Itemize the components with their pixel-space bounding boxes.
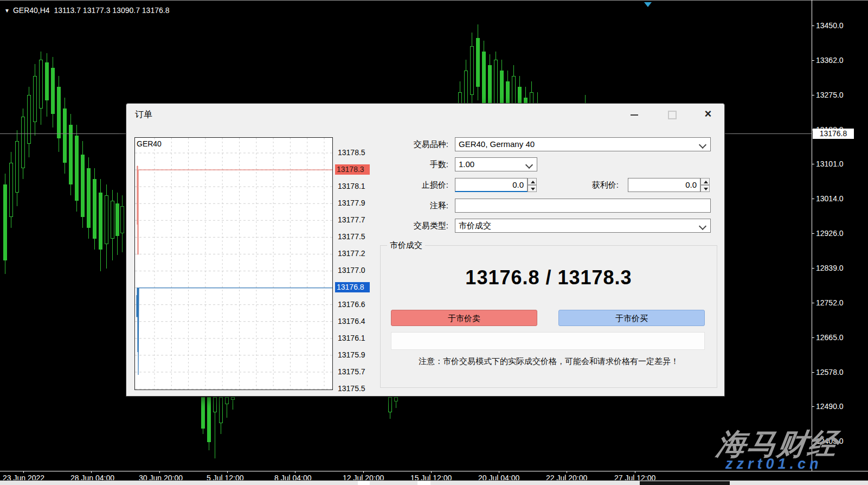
- takeprofit-spin-down-button[interactable]: [700, 185, 710, 192]
- time-axis-tick: [567, 471, 567, 473]
- maximize-button[interactable]: [661, 107, 681, 122]
- volume-combobox-value: 1.00: [459, 159, 474, 169]
- market-execution-note: 注意：市价交易模式下的实际成交价格，可能会和请求价格有一定差异！: [381, 356, 717, 367]
- candle: [120, 206, 124, 233]
- taskbar-highlight-2: [417, 481, 430, 485]
- tick-scale-label: 13177.2: [338, 248, 369, 258]
- minimize-button[interactable]: [624, 107, 645, 122]
- market-group-title: 市价成交: [387, 240, 425, 251]
- close-button[interactable]: ×: [698, 107, 718, 122]
- chevron-down-icon: [525, 161, 533, 169]
- price-axis-line: [812, 0, 812, 471]
- price-axis-label: 13450.0: [816, 21, 844, 30]
- candle: [9, 163, 13, 217]
- bid-price-badge: 13176.8: [335, 282, 370, 292]
- price-axis-label: 13362.0: [816, 56, 844, 65]
- candle: [99, 193, 102, 250]
- watermark-url: zzrt01.cn: [725, 456, 822, 473]
- volume-combobox[interactable]: 1.00: [455, 157, 537, 171]
- tick-scale-label: 13176.1: [338, 333, 369, 343]
- tick-scale-label: 13177.0: [338, 265, 369, 275]
- ask-price-badge: 13178.3: [335, 164, 370, 175]
- candle: [39, 60, 43, 109]
- order-result-bar: [391, 332, 705, 350]
- candle: [81, 155, 85, 217]
- bid-ask-price-display: 13176.8 / 13178.3: [381, 266, 717, 289]
- price-axis-tick: [812, 25, 814, 26]
- stoploss-input[interactable]: 0.0: [455, 178, 528, 192]
- candle: [388, 397, 392, 412]
- price-axis-tick: [812, 372, 814, 373]
- tick-scale-label: 13177.9: [338, 198, 369, 208]
- order-type-combobox-value: 市价成交: [459, 221, 491, 230]
- tick-scale-label: 13175.9: [338, 350, 369, 360]
- dialog-titlebar[interactable]: 订单 ×: [126, 104, 724, 124]
- comment-input[interactable]: [455, 199, 711, 213]
- candle: [219, 397, 223, 423]
- tick-chart-svg: [135, 138, 332, 390]
- chart-scroll-marker-icon[interactable]: [644, 2, 652, 7]
- price-axis-tick: [812, 164, 814, 164]
- stoploss-spinwrap: 0.0: [455, 178, 537, 192]
- price-axis-tick: [812, 337, 814, 338]
- candle: [476, 38, 480, 87]
- candle: [87, 168, 91, 228]
- current-price-badge: 13176.8: [813, 129, 854, 139]
- dialog-title: 订单: [135, 109, 152, 120]
- candle: [33, 76, 37, 122]
- time-axis-tick: [363, 471, 364, 473]
- price-axis-tick: [812, 199, 814, 199]
- close-icon: ×: [698, 107, 718, 121]
- candle: [111, 201, 114, 239]
- price-axis-label: 13275.0: [816, 91, 844, 99]
- tick-scale-label: 13178.5: [338, 148, 369, 157]
- candle: [3, 184, 7, 260]
- price-axis-tick: [812, 233, 814, 234]
- tick-scale-label: 13177.5: [338, 232, 369, 241]
- maximize-icon: [668, 111, 677, 119]
- time-axis-tick: [635, 471, 635, 473]
- price-axis-label: 12752.0: [816, 298, 844, 307]
- price-axis-tick: [812, 406, 814, 407]
- price-axis-tick: [812, 268, 814, 269]
- time-axis-tick: [431, 471, 432, 473]
- price-axis-label: 13014.0: [816, 194, 844, 203]
- tick-scale-label: 13178.1: [338, 181, 369, 191]
- sell-by-market-button[interactable]: 于市价卖: [391, 310, 537, 326]
- symbol-combobox[interactable]: GER40, Germany 40: [455, 137, 711, 151]
- time-axis-tick: [159, 471, 160, 473]
- candle: [225, 397, 229, 404]
- price-axis-label: 12665.0: [816, 333, 844, 342]
- tick-chart-plot: [134, 137, 333, 390]
- mt4-screen: ▼GER40,H4 13113.7 13177.3 13090.7 13176.…: [0, 0, 868, 485]
- market-execution-group: 市价成交 13176.8 / 13178.3 于市价卖 于市价买 注意：市价交易…: [380, 245, 717, 388]
- candle: [15, 141, 19, 193]
- time-axis-tick: [91, 471, 92, 473]
- takeprofit-input[interactable]: 0.0: [628, 178, 700, 192]
- minimize-icon: [631, 114, 638, 116]
- price-axis-tick: [812, 303, 814, 303]
- candle: [394, 397, 398, 401]
- time-axis-tick: [227, 471, 228, 473]
- candle: [93, 179, 97, 239]
- tick-scale-label: 13176.4: [338, 316, 369, 326]
- takeprofit-spin-up-button[interactable]: [700, 178, 710, 185]
- order-type-combobox[interactable]: 市价成交: [455, 219, 711, 233]
- symbol-dropdown-arrow-icon: ▼: [4, 8, 10, 14]
- time-axis-tick: [23, 471, 24, 473]
- chevron-down-icon: [699, 141, 706, 149]
- symbol-info-text: GER40,H4 13113.7 13177.3 13090.7 13176.8: [13, 6, 170, 15]
- price-axis-label: 12578.0: [816, 368, 844, 376]
- candle: [105, 195, 108, 244]
- tick-scale-label: 13175.5: [338, 384, 369, 393]
- arrow-up-icon: [704, 181, 708, 183]
- taskbar-highlight-1: [358, 481, 370, 485]
- candle: [115, 203, 119, 236]
- price-axis-label: 12839.0: [816, 264, 844, 272]
- candle: [21, 117, 25, 168]
- buy-by-market-button[interactable]: 于市价买: [558, 310, 705, 326]
- tick-scale-label: 13175.7: [338, 367, 369, 376]
- candle: [45, 62, 49, 100]
- arrow-down-icon: [704, 188, 708, 190]
- taskbar-dark-segment: [640, 481, 730, 485]
